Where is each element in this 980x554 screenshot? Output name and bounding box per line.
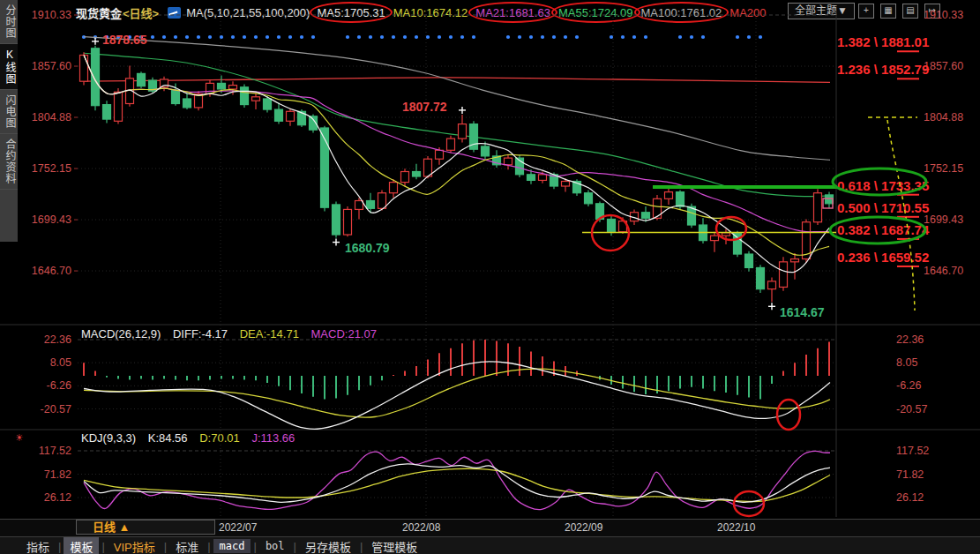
sidebar-item-1[interactable]: 分时图	[0, 0, 18, 44]
signal-dot	[185, 35, 189, 39]
left-sidebar: 分时图K线图闪电图合约资料	[0, 0, 18, 242]
candle	[321, 128, 329, 207]
candle	[241, 87, 249, 105]
candle	[126, 79, 134, 104]
grid-layout-icon[interactable]: ▦	[880, 4, 896, 19]
chart-type-icon[interactable]	[168, 7, 181, 19]
signal-dot	[460, 35, 464, 39]
toolbar-separator: |	[207, 540, 210, 553]
ma-legend-item: MA21:1681.63	[475, 6, 550, 19]
fib-level-label: 1.236 \ 1852.79	[837, 62, 929, 77]
macd-hist-value: MACD:21.07	[311, 327, 377, 341]
candle	[218, 83, 226, 89]
toolbar-item-1[interactable]: 指标	[20, 537, 56, 554]
annotation-circle-red	[592, 215, 629, 251]
signal-dot	[438, 35, 441, 39]
macd-dea-value: DEA:-14.71	[240, 327, 299, 341]
signal-dot	[632, 35, 636, 39]
title-bar: 现货黄金<日线> MA(5,10,21,55,100,200) MA5:1705…	[18, 0, 980, 25]
signal-dot	[105, 35, 108, 39]
signal-dot	[139, 35, 143, 39]
toolbar-item-2[interactable]: 模板	[64, 537, 99, 554]
period-selector[interactable]: 日线 ▲	[76, 520, 215, 535]
signal-dot	[690, 35, 693, 39]
candle	[803, 222, 811, 259]
candle	[608, 219, 616, 231]
price-axis-label-left: 1699.43	[32, 213, 71, 226]
pan-icon[interactable]: +	[858, 4, 874, 19]
kdj-k-value: K:84.56	[148, 431, 188, 445]
candle	[527, 175, 535, 181]
chart-canvas[interactable]: 1910.331910.331857.601857.601804.881804.…	[0, 0, 980, 554]
toolbar-item-6[interactable]: bol	[259, 539, 291, 553]
macd-axis-label-left: -20.57	[41, 403, 71, 416]
export-icon[interactable]: ↦	[924, 4, 940, 19]
macd-axis-label-left: 8.05	[50, 356, 71, 369]
symbol-title: 现货黄金	[76, 4, 122, 21]
candle	[333, 205, 340, 235]
candle	[275, 109, 283, 121]
signal-dot	[747, 35, 751, 39]
macd-diff-line	[84, 362, 830, 430]
month-label: 2022/09	[565, 521, 602, 534]
signal-dot	[541, 35, 544, 39]
signal-dot	[518, 35, 521, 39]
current-price-marker	[823, 198, 833, 208]
fib-level-label: 0.618 \ 1733.35	[837, 178, 929, 193]
signal-dot	[575, 35, 579, 39]
signal-dot	[220, 35, 223, 39]
candle	[298, 111, 306, 124]
kdj-axis-label-right: 71.82	[896, 468, 924, 481]
toolbar-item-7[interactable]: 另存模板	[299, 537, 357, 554]
pane-layout-icon[interactable]: ▤	[902, 4, 918, 19]
signal-dot	[266, 35, 269, 39]
signal-dot	[174, 35, 177, 39]
ma200-line	[84, 78, 830, 83]
ma10-line	[84, 55, 829, 255]
toolbar-item-8[interactable]: 管理模板	[365, 537, 423, 554]
projection-curve	[887, 120, 915, 311]
candle	[539, 175, 547, 181]
signal-dot	[197, 35, 200, 39]
candle	[699, 225, 707, 241]
signal-dot	[94, 35, 97, 39]
candle	[92, 49, 100, 106]
fib-level-label: 0.382 \ 1687.74	[837, 222, 930, 237]
candle	[516, 158, 524, 175]
candle	[665, 192, 673, 199]
candle	[459, 124, 467, 139]
candle	[550, 175, 558, 186]
price-axis-label-right: 1804.88	[924, 111, 963, 124]
signal-dot	[564, 35, 567, 39]
signal-dot	[610, 35, 613, 39]
kdj-axis-label-right: 26.12	[896, 491, 924, 504]
bottom-toolbar: 指标|模板|VIP指标|标准|macd|bol|另存模板|管理模板	[0, 536, 980, 554]
signal-dot	[426, 35, 430, 39]
signal-dot	[415, 35, 418, 39]
toolbar-separator: |	[294, 540, 296, 553]
signal-dot	[116, 35, 120, 39]
ma-group-label: MA(5,10,21,55,100,200)	[186, 6, 310, 19]
indicator-sun-icon[interactable]: ☀	[15, 432, 24, 444]
candle	[264, 99, 272, 109]
toolbar-item-5[interactable]: macd	[213, 539, 251, 553]
candle	[780, 262, 788, 288]
signal-dot	[506, 35, 510, 39]
sidebar-item-4[interactable]: 合约资料	[0, 134, 18, 190]
signal-dot	[403, 35, 407, 39]
ma-legend-item: MA10:1674.12	[393, 6, 468, 19]
sidebar-item-2[interactable]: K线图	[0, 44, 18, 90]
macd-axis-label-left: 22.36	[44, 333, 71, 346]
signal-dot	[621, 35, 625, 39]
toolbar-item-4[interactable]: 标准	[169, 537, 205, 554]
kdj-axis-label-left: 71.82	[44, 468, 71, 481]
candle	[791, 259, 799, 262]
signal-dot	[162, 35, 166, 39]
candle	[378, 193, 386, 209]
price-axis-label-right: 1752.15	[924, 162, 963, 175]
toolbar-item-3[interactable]: VIP指标	[108, 537, 161, 554]
sidebar-item-3[interactable]: 闪电图	[0, 90, 18, 134]
price-axis-label-right: 1857.60	[924, 60, 963, 72]
theme-dropdown-button[interactable]: 全部主题▼	[788, 3, 855, 19]
signal-dot	[311, 35, 315, 39]
